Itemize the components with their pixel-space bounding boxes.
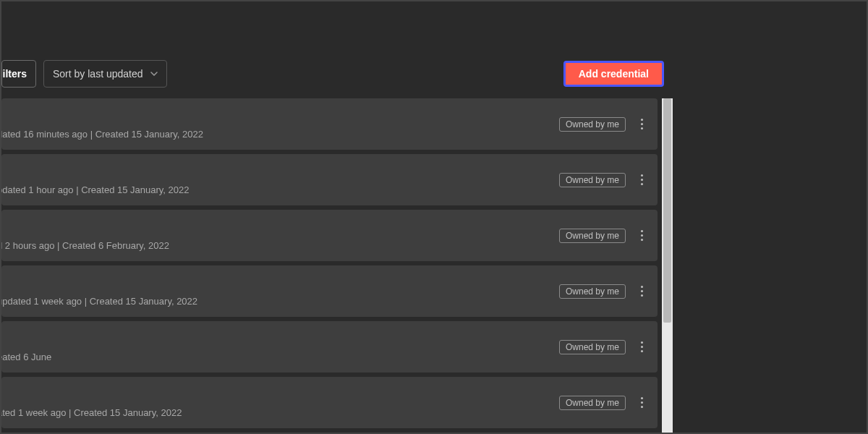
owner-badge: Owned by me bbox=[559, 173, 626, 187]
credential-row[interactable]: d 2 hours ago | Created 6 February, 2022… bbox=[1, 210, 658, 261]
owner-badge: Owned by me bbox=[559, 117, 626, 132]
row-actions: Owned by me bbox=[559, 339, 647, 356]
row-actions: Owned by me bbox=[559, 227, 647, 244]
kebab-menu-icon[interactable] bbox=[636, 227, 647, 244]
sort-label: Sort by last updated bbox=[53, 68, 143, 80]
credential-meta: ated 1 week ago | Created 15 January, 20… bbox=[1, 407, 182, 428]
owner-badge: Owned by me bbox=[559, 284, 626, 299]
kebab-menu-icon[interactable] bbox=[636, 171, 647, 189]
owner-badge: Owned by me bbox=[559, 340, 626, 354]
filters-label: Filters bbox=[1, 68, 27, 80]
filters-button[interactable]: Filters bbox=[1, 60, 36, 88]
owner-badge: Owned by me bbox=[559, 229, 626, 243]
add-credential-button[interactable]: Add credential bbox=[563, 61, 664, 87]
row-actions: Owned by me bbox=[559, 394, 647, 412]
owner-badge: Owned by me bbox=[559, 396, 626, 410]
credential-row[interactable]: pdated 1 hour ago | Created 15 January, … bbox=[1, 154, 658, 205]
credential-row[interactable]: dated 16 minutes ago | Created 15 Januar… bbox=[1, 98, 658, 150]
credential-row[interactable]: ated 1 week ago | Created 15 January, 20… bbox=[1, 377, 658, 428]
credential-meta: eated 6 June bbox=[1, 352, 51, 373]
add-credential-label: Add credential bbox=[579, 68, 649, 80]
credential-meta: d 2 hours ago | Created 6 February, 2022 bbox=[1, 240, 169, 261]
credential-meta: updated 1 week ago | Created 15 January,… bbox=[1, 296, 197, 317]
kebab-menu-icon[interactable] bbox=[636, 283, 647, 300]
credentials-panel: Filters Sort by last updated Add credent… bbox=[1, 1, 673, 433]
chevron-down-icon bbox=[150, 70, 158, 77]
toolbar: Filters Sort by last updated Add credent… bbox=[1, 59, 673, 88]
credentials-list-wrapper: dated 16 minutes ago | Created 15 Januar… bbox=[1, 98, 673, 433]
credential-row[interactable]: updated 1 week ago | Created 15 January,… bbox=[1, 265, 658, 317]
sort-button[interactable]: Sort by last updated bbox=[43, 60, 167, 88]
kebab-menu-icon[interactable] bbox=[636, 394, 647, 412]
kebab-menu-icon[interactable] bbox=[636, 339, 647, 356]
scrollbar-thumb[interactable] bbox=[663, 98, 671, 323]
row-actions: Owned by me bbox=[559, 116, 647, 133]
scrollbar-track[interactable] bbox=[662, 98, 673, 433]
row-actions: Owned by me bbox=[559, 171, 647, 189]
row-actions: Owned by me bbox=[559, 283, 647, 300]
credential-row[interactable]: eated 6 JuneOwned by me bbox=[1, 321, 658, 373]
credential-meta: pdated 1 hour ago | Created 15 January, … bbox=[1, 184, 190, 205]
credential-meta: dated 16 minutes ago | Created 15 Januar… bbox=[1, 129, 203, 150]
credentials-list: dated 16 minutes ago | Created 15 Januar… bbox=[1, 98, 662, 433]
kebab-menu-icon[interactable] bbox=[636, 116, 647, 133]
